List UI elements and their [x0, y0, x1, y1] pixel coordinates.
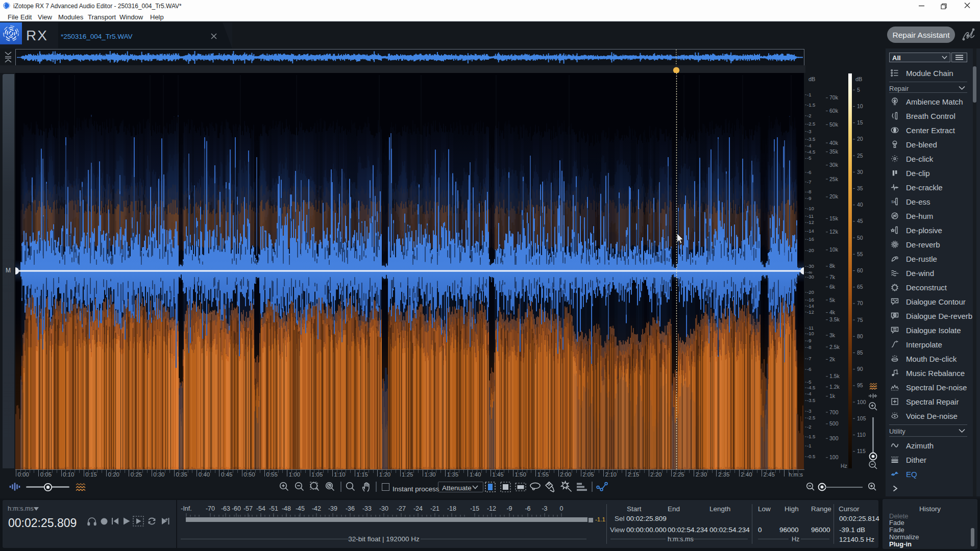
svg-text:Ss: Ss	[891, 199, 896, 204]
